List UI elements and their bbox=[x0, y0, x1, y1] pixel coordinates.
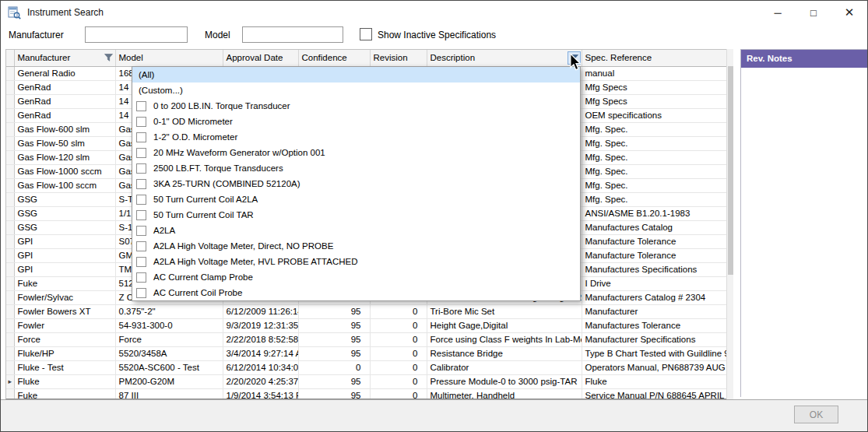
revision-cell[interactable]: 0 bbox=[370, 318, 427, 332]
indicator-cell[interactable]: ▸ bbox=[6, 374, 14, 388]
spec-reference-cell[interactable]: Manufactures Tolerance bbox=[582, 318, 726, 332]
indicator-cell[interactable] bbox=[6, 332, 14, 346]
filter-option-checkbox[interactable] bbox=[136, 257, 146, 267]
show-inactive-checkbox[interactable] bbox=[360, 28, 372, 40]
filter-option[interactable]: AC Current Coil Probe bbox=[132, 285, 580, 300]
indicator-cell[interactable] bbox=[6, 304, 14, 318]
spec-reference-cell[interactable]: Mfg. Spec. bbox=[582, 178, 726, 192]
approval-date-cell[interactable]: 6/12/2009 11:26:14 bbox=[223, 304, 298, 318]
spec-reference-cell[interactable]: Operators Manual, PN688739 AUG 98 R bbox=[582, 360, 726, 374]
manufacturer-cell[interactable]: GPI bbox=[14, 234, 115, 248]
manufacturer-cell[interactable]: Gas Flow-120 slm bbox=[14, 150, 115, 164]
model-cell[interactable]: 87 III bbox=[115, 388, 223, 399]
revision-cell[interactable]: 0 bbox=[370, 346, 427, 360]
filter-option[interactable]: A2LA bbox=[132, 223, 580, 238]
spec-reference-cell[interactable]: Mfg. Spec. bbox=[582, 150, 726, 164]
filter-option[interactable]: 50 Turn Current Coil A2LA bbox=[132, 191, 580, 207]
indicator-cell[interactable] bbox=[6, 248, 14, 262]
spec-reference-cell[interactable]: Mfg. Spec. bbox=[582, 122, 726, 136]
manufacturer-cell[interactable]: Force bbox=[14, 332, 115, 346]
confidence-cell[interactable]: 95 bbox=[298, 388, 370, 399]
filter-option[interactable]: A2LA High Voltage Meter, Direct, NO PROB… bbox=[132, 238, 580, 254]
manufacturer-cell[interactable]: GPI bbox=[14, 262, 115, 276]
indicator-cell[interactable] bbox=[6, 346, 14, 360]
filter-option-checkbox[interactable] bbox=[136, 241, 146, 251]
manufacturer-cell[interactable]: Fluke - Test bbox=[14, 360, 115, 374]
model-input[interactable] bbox=[242, 26, 343, 43]
table-row[interactable]: Fowler Bowers XT0.375"-2"6/12/2009 11:26… bbox=[6, 304, 726, 318]
spec-reference-cell[interactable]: manual bbox=[582, 66, 726, 80]
revision-cell[interactable]: 0 bbox=[370, 304, 427, 318]
indicator-cell[interactable] bbox=[6, 388, 14, 399]
indicator-cell[interactable] bbox=[6, 122, 14, 136]
confidence-cell[interactable]: 95 bbox=[298, 304, 370, 318]
filter-option[interactable]: 2500 LB.FT. Torque Transducers bbox=[132, 160, 580, 176]
filter-option[interactable]: 0 to 200 LB.IN. Torque Transducer bbox=[132, 98, 580, 114]
filter-option[interactable]: 50 Turn Current Coil TAR bbox=[132, 207, 580, 223]
model-cell[interactable]: Force bbox=[115, 332, 223, 346]
indicator-cell[interactable] bbox=[6, 360, 14, 374]
ok-button[interactable]: OK bbox=[794, 406, 838, 423]
column-header-description[interactable]: Description bbox=[427, 50, 582, 66]
manufacturer-cell[interactable]: GenRad bbox=[14, 94, 115, 108]
spec-reference-cell[interactable]: Manufacturer Specifications bbox=[582, 332, 726, 346]
manufacturer-cell[interactable]: GSG bbox=[14, 206, 115, 220]
filter-option-checkbox[interactable] bbox=[136, 132, 146, 142]
close-button[interactable]: ✕ bbox=[831, 1, 867, 24]
indicator-cell[interactable] bbox=[6, 192, 14, 206]
table-row[interactable]: Fuke87 III1/9/2014 3:54:13 P950Multimete… bbox=[6, 388, 726, 399]
description-cell[interactable]: Calibrator bbox=[427, 360, 582, 374]
filter-option[interactable]: 0-1" OD Micrometer bbox=[132, 114, 580, 129]
filter-option-checkbox[interactable] bbox=[136, 226, 146, 236]
model-cell[interactable]: 0.375"-2" bbox=[115, 304, 223, 318]
description-cell[interactable]: Multimeter, Handheld bbox=[427, 388, 582, 399]
manufacturer-cell[interactable]: Fuke bbox=[14, 388, 115, 399]
indicator-cell[interactable] bbox=[6, 220, 14, 234]
filter-option-checkbox[interactable] bbox=[136, 210, 146, 220]
spec-reference-cell[interactable]: ANSI/ASME B1.20.1-1983 bbox=[582, 206, 726, 220]
filter-option[interactable]: 1-2" O.D. Micrometer bbox=[132, 129, 580, 145]
spec-reference-cell[interactable]: Mfg. Spec. bbox=[582, 192, 726, 206]
spec-reference-cell[interactable]: Manufacturer bbox=[582, 304, 726, 318]
manufacturer-cell[interactable]: GSG bbox=[14, 220, 115, 234]
revision-cell[interactable]: 0 bbox=[370, 388, 427, 399]
column-header-revision[interactable]: Revision bbox=[370, 50, 427, 66]
spec-reference-cell[interactable]: Mfg Specs bbox=[582, 80, 726, 94]
scrollbar-thumb[interactable] bbox=[728, 66, 733, 275]
indicator-cell[interactable] bbox=[6, 178, 14, 192]
column-header-approval-date[interactable]: Approval Date bbox=[223, 50, 298, 66]
spec-reference-cell[interactable]: Mfg. Spec. bbox=[582, 164, 726, 178]
table-row[interactable]: Fluke - Test5520A-SC600 - Test6/12/2014 … bbox=[6, 360, 726, 374]
indicator-cell[interactable] bbox=[6, 150, 14, 164]
filter-option[interactable]: (All) bbox=[132, 67, 580, 83]
manufacturer-cell[interactable]: Gas Flow-1000 sccm bbox=[14, 164, 115, 178]
spec-reference-cell[interactable]: Manufacture Tolerance bbox=[582, 248, 726, 262]
spec-reference-cell[interactable]: Service Manual P/N 688645 APRIL 1998 bbox=[582, 388, 726, 399]
table-row[interactable]: Fluke/HP5520/3458A3/4/2014 9:27:14 A950R… bbox=[6, 346, 726, 360]
minimize-button[interactable]: ─ bbox=[760, 1, 796, 24]
confidence-cell[interactable]: 0 bbox=[298, 360, 370, 374]
spec-reference-cell[interactable]: Type B Chart Tested with Guildline 9211 bbox=[582, 346, 726, 360]
spec-reference-cell[interactable]: Manufacturers Catalog # 2304 bbox=[582, 290, 726, 304]
description-cell[interactable]: Tri-Bore Mic Set bbox=[427, 304, 582, 318]
filter-icon-manufacturer[interactable] bbox=[104, 54, 113, 61]
indicator-cell[interactable] bbox=[6, 66, 14, 80]
manufacturer-cell[interactable]: GPI bbox=[14, 248, 115, 262]
column-header-spec-reference[interactable]: Spec. Reference bbox=[582, 50, 726, 66]
spec-reference-cell[interactable]: I Drive bbox=[582, 276, 726, 290]
manufacturer-cell[interactable]: Fowler Bowers XT bbox=[14, 304, 115, 318]
model-cell[interactable]: 54-931-300-0 bbox=[115, 318, 223, 332]
spec-reference-cell[interactable]: Manufactures Specifications bbox=[582, 262, 726, 276]
approval-date-cell[interactable]: 3/4/2014 9:27:14 A bbox=[223, 346, 298, 360]
manufacturer-input[interactable] bbox=[85, 26, 188, 43]
manufacturer-cell[interactable]: GenRad bbox=[14, 108, 115, 122]
revision-cell[interactable]: 0 bbox=[370, 374, 427, 388]
indicator-cell[interactable] bbox=[6, 136, 14, 150]
manufacturer-cell[interactable]: Gas Flow-50 slm bbox=[14, 136, 115, 150]
filter-option[interactable]: 20 MHz Waveform Generator w/Option 001 bbox=[132, 145, 580, 160]
confidence-cell[interactable]: 95 bbox=[298, 332, 370, 346]
filter-option[interactable]: 3KA 25-TURN (COMBINED 52120A) bbox=[132, 176, 580, 191]
manufacturer-cell[interactable]: Fowler bbox=[14, 318, 115, 332]
table-row[interactable]: Fowler54-931-300-09/3/2019 12:31:35950He… bbox=[6, 318, 726, 332]
filter-option-checkbox[interactable] bbox=[136, 101, 146, 111]
